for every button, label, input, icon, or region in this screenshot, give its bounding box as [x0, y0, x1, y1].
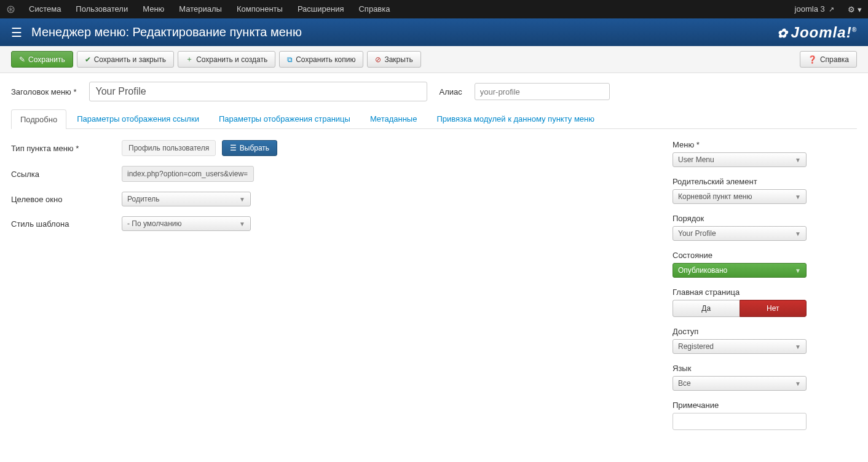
caret-icon: ▼ — [239, 221, 245, 227]
home-toggle: Да Нет — [673, 300, 807, 317]
order-select[interactable]: Your Profile▼ — [673, 226, 807, 241]
form-body: Тип пункта меню * Профиль пользователя ☰… — [11, 140, 857, 440]
toolbar: ✎Сохранить ✔Сохранить и закрыть ＋Сохрани… — [0, 46, 868, 73]
tab-page-options[interactable]: Параметры отображения страницы — [210, 109, 360, 128]
caret-icon: ▼ — [795, 267, 801, 274]
menutype-value: Профиль пользователя — [122, 140, 216, 156]
question-icon: ❓ — [808, 55, 817, 64]
tab-modules[interactable]: Привязка модулей к данному пункту меню — [427, 109, 604, 128]
note-input[interactable] — [673, 413, 807, 430]
alias-input[interactable] — [475, 83, 610, 100]
nav-menu[interactable]: Меню — [135, 0, 172, 18]
parent-select[interactable]: Корневой пункт меню▼ — [673, 189, 807, 204]
access-select[interactable]: Registered▼ — [673, 339, 807, 354]
select-type-button[interactable]: ☰Выбрать — [222, 140, 277, 156]
target-select[interactable]: Родитель▼ — [122, 192, 251, 206]
caret-icon: ▼ — [795, 230, 801, 237]
bars-icon: ☰ — [11, 25, 22, 40]
nav-system[interactable]: Система — [22, 0, 68, 18]
state-label: Состояние — [673, 251, 857, 260]
home-yes[interactable]: Да — [673, 300, 740, 317]
tab-details[interactable]: Подробно — [11, 109, 66, 129]
target-label: Целевое окно — [11, 195, 122, 204]
order-label: Порядок — [673, 214, 857, 223]
save-button[interactable]: ✎Сохранить — [11, 51, 73, 68]
style-select[interactable]: - По умолчанию▼ — [122, 216, 251, 231]
joomla-logo-icon: ✿ — [777, 26, 788, 40]
caret-icon: ▼ — [795, 343, 801, 350]
site-name: joomla 3 — [795, 4, 825, 14]
page-title: Менеджер меню: Редактирование пункта мен… — [31, 25, 777, 39]
external-icon: ↗ — [829, 6, 834, 13]
nav-help[interactable]: Справка — [351, 0, 397, 18]
joomla-logo: ✿Joomla!® — [777, 24, 857, 41]
title-input[interactable] — [89, 82, 427, 101]
caret-icon: ▼ — [795, 157, 801, 163]
menu-label: Меню * — [673, 140, 857, 149]
joomla-icon: ⊛ — [6, 2, 15, 16]
nav-extensions[interactable]: Расширения — [290, 0, 352, 18]
save-new-button[interactable]: ＋Сохранить и создать — [178, 51, 275, 68]
save-close-button[interactable]: ✔Сохранить и закрыть — [77, 51, 174, 68]
content: Заголовок меню * Алиас Подробно Параметр… — [0, 73, 868, 458]
link-input — [122, 166, 254, 182]
link-label: Ссылка — [11, 170, 122, 179]
note-label: Примечание — [673, 401, 857, 410]
style-label: Стиль шаблона — [11, 219, 122, 229]
form-right: Меню * User Menu▼ Родительский элемент К… — [648, 140, 857, 440]
caret-icon: ▼ — [239, 196, 245, 203]
title-label: Заголовок меню * — [11, 87, 77, 96]
list-icon: ☰ — [230, 144, 237, 152]
tabs: Подробно Параметры отображения ссылки Па… — [11, 109, 857, 129]
tab-link-options[interactable]: Параметры отображения ссылки — [68, 109, 208, 128]
apply-icon: ✎ — [19, 55, 25, 64]
nav-users[interactable]: Пользователи — [68, 0, 135, 18]
copy-icon: ⧉ — [287, 55, 293, 64]
caret-icon: ▼ — [795, 194, 801, 200]
nav-content[interactable]: Материалы — [172, 0, 229, 18]
alias-label: Алиас — [440, 87, 462, 96]
form-left: Тип пункта меню * Профиль пользователя ☰… — [11, 140, 648, 440]
gear-icon[interactable]: ⚙ ▾ — [848, 5, 862, 14]
cancel-icon: ⊘ — [375, 55, 381, 64]
menu-select[interactable]: User Menu▼ — [673, 152, 807, 167]
home-label: Главная страница — [673, 288, 857, 297]
tab-metadata[interactable]: Метаданные — [361, 109, 427, 128]
caret-icon: ▼ — [795, 380, 801, 387]
lang-label: Язык — [673, 364, 857, 373]
help-button[interactable]: ❓Справка — [800, 51, 857, 68]
close-button[interactable]: ⊘Закрыть — [367, 51, 420, 68]
menutype-label: Тип пункта меню * — [11, 144, 122, 153]
access-label: Доступ — [673, 327, 857, 336]
nav-components[interactable]: Компоненты — [229, 0, 290, 18]
site-link[interactable]: joomla 3 ↗ — [787, 0, 842, 18]
title-row: Заголовок меню * Алиас — [11, 82, 857, 101]
save-copy-button[interactable]: ⧉Сохранить копию — [279, 51, 363, 68]
home-no[interactable]: Нет — [740, 300, 807, 317]
lang-select[interactable]: Все▼ — [673, 376, 807, 391]
top-navbar: ⊛ Система Пользователи Меню Материалы Ко… — [0, 0, 868, 18]
state-select[interactable]: Опубликовано▼ — [673, 263, 807, 278]
check-icon: ✔ — [85, 55, 91, 64]
parent-label: Родительский элемент — [673, 177, 857, 186]
page-header: ☰ Менеджер меню: Редактирование пункта м… — [0, 18, 868, 46]
plus-icon: ＋ — [186, 54, 193, 65]
